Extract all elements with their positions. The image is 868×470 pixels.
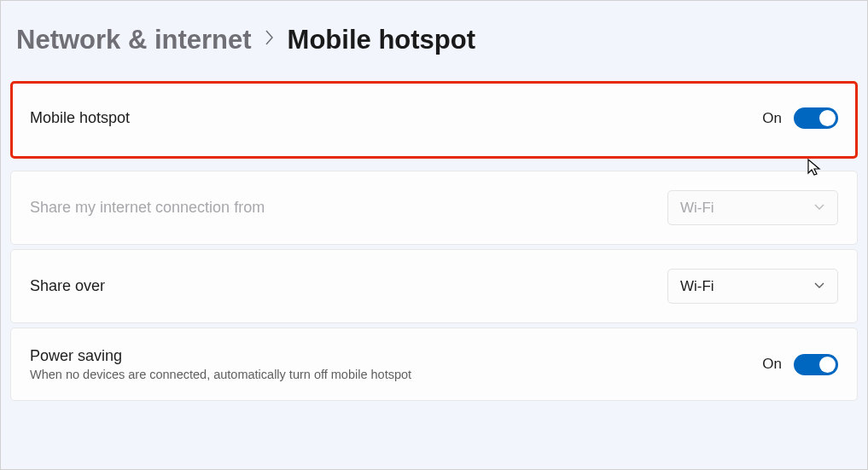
- share-from-value: Wi-Fi: [680, 200, 714, 217]
- power-saving-label: Power saving: [30, 347, 411, 365]
- power-saving-state: On: [762, 356, 782, 373]
- breadcrumb: Network & internet Mobile hotspot: [1, 1, 867, 81]
- hotspot-label: Mobile hotspot: [30, 109, 130, 127]
- breadcrumb-parent[interactable]: Network & internet: [16, 25, 252, 55]
- power-saving-description: When no devices are connected, automatic…: [30, 368, 411, 381]
- chevron-down-icon: [813, 201, 825, 214]
- share-over-select[interactable]: Wi-Fi: [667, 269, 838, 304]
- hotspot-state: On: [762, 110, 782, 127]
- hotspot-toggle[interactable]: [794, 107, 838, 129]
- page-title: Mobile hotspot: [288, 25, 475, 55]
- share-over-card: Share over Wi-Fi: [10, 249, 858, 323]
- share-over-label: Share over: [30, 277, 105, 295]
- power-saving-toggle[interactable]: [794, 354, 838, 375]
- chevron-right-icon: [264, 28, 276, 52]
- share-over-value: Wi-Fi: [680, 278, 714, 295]
- power-saving-card: Power saving When no devices are connect…: [10, 328, 858, 401]
- share-from-card: Share my internet connection from Wi-Fi: [10, 171, 858, 245]
- chevron-down-icon: [813, 280, 825, 293]
- share-from-label: Share my internet connection from: [30, 199, 265, 217]
- share-from-select: Wi-Fi: [667, 190, 838, 225]
- hotspot-card: Mobile hotspot On: [10, 81, 858, 159]
